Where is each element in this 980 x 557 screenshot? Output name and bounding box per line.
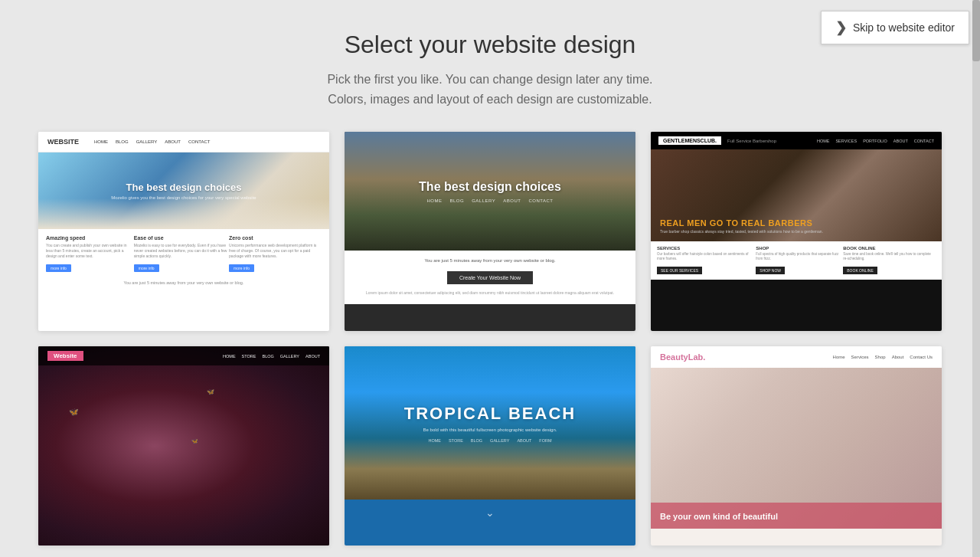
t3-services: SERVICES Our barbers will offer hairstyl… <box>651 241 942 280</box>
t1-nav-gallery: GALLERY <box>136 139 158 144</box>
t4-nav-blog: BLOG <box>262 354 273 359</box>
butterfly-icon-1: 🦋 <box>69 408 78 416</box>
t1-nav-home: HOME <box>94 139 108 144</box>
skip-button-label: Skip to website editor <box>853 21 955 34</box>
t1-features: Amazing speed You can create and publish… <box>38 229 329 277</box>
t5-nav-store: STORE <box>449 438 463 443</box>
t6-navbar: BeautyLab. Home Services Shop About Cont… <box>651 346 942 368</box>
t1-nav-links: HOME BLOG GALLERY ABOUT CONTACT <box>94 139 211 144</box>
scrollbar[interactable] <box>972 0 980 557</box>
t2-nav-blog: BLOG <box>450 198 465 203</box>
page-subtitle-line2: Colors, images and layout of each design… <box>15 90 965 110</box>
t2-nav-about: ABOUT <box>503 198 521 203</box>
t1-navbar: WEBSITE HOME BLOG GALLERY ABOUT CONTACT <box>38 132 329 152</box>
t5-hero-title: TROPICAL BEACH <box>404 404 576 424</box>
t3-service-2-desc: Full spectra of high quality products th… <box>756 252 838 261</box>
t3-service-1-btn[interactable]: SEE OUR SERVICES <box>657 267 702 274</box>
t1-footer-text: You are just 5 minutes away from your ve… <box>38 277 329 288</box>
butterfly-icon-3: 🦋 <box>207 388 214 395</box>
t6-hero-title: Be your own kind of beautiful <box>660 512 778 521</box>
t2-nav-contact: CONTACT <box>528 198 553 203</box>
t1-hero: The best design choices Mozelio gives yo… <box>38 152 329 229</box>
template-card-1[interactable]: WEBSITE HOME BLOG GALLERY ABOUT CONTACT … <box>38 132 329 331</box>
t3-service-1: SERVICES Our barbers will offer hairstyl… <box>657 246 751 275</box>
t5-chevron-down-icon: ⌄ <box>485 506 495 519</box>
template-card-6[interactable]: BeautyLab. Home Services Shop About Cont… <box>651 346 942 546</box>
t6-nav-services: Services <box>851 355 869 359</box>
t2-cta-button[interactable]: Create Your Website Now <box>447 271 533 284</box>
t5-nav: HOME STORE BLOG GALLERY ABOUT FORM <box>428 438 551 443</box>
t3-hero: REAL MEN GO TO REAL BARBERS True barber … <box>651 149 942 241</box>
skip-to-editor-button[interactable]: ❯ Skip to website editor <box>821 11 969 44</box>
template-card-2[interactable]: The best design choices HOME BLOG GALLER… <box>345 132 635 331</box>
t3-service-3: BOOK ONLINE Save time and book online. W… <box>843 246 936 275</box>
t2-body-text: You are just 5 minutes away from your ve… <box>360 258 620 263</box>
t3-hero-title: REAL MEN GO TO REAL BARBERS <box>660 218 812 228</box>
t3-navbar: GENTLEMENSCLUB. Full Service Barbershop … <box>651 132 942 149</box>
t6-hero-overlay: Be your own kind of beautiful <box>651 503 942 529</box>
t4-nav-links: HOME STORE BLOG GALLERY ABOUT <box>223 354 320 359</box>
page-subtitle-line1: Pick the first you like. You can change … <box>15 70 965 90</box>
t1-feature-1-btn[interactable]: more info <box>46 264 71 272</box>
t1-feature-1-title: Amazing speed <box>46 235 134 241</box>
t1-nav-blog: BLOG <box>116 139 129 144</box>
t6-nav-about: About <box>892 355 904 359</box>
t1-feature-2-desc: Mozelio is easy to use for everybody. Ev… <box>134 243 229 259</box>
t6-nav-contact: Contact Us <box>910 355 933 359</box>
t5-bottom: ⌄ <box>345 500 635 526</box>
t5-hero: TROPICAL BEACH Be bold with this beautif… <box>345 346 635 500</box>
t3-service-1-desc: Our barbers will offer hairstyle colon b… <box>657 252 751 261</box>
t5-nav-blog: BLOG <box>471 438 482 443</box>
t4-nav-store: STORE <box>242 354 256 359</box>
t1-logo: WEBSITE <box>47 138 79 146</box>
t3-service-3-desc: Save time and book online. We'll tell yo… <box>843 252 936 261</box>
t3-nav-links: HOME SERVICES PORTFOLIO ABOUT CONTACT <box>817 139 934 143</box>
t3-hero-sub: True barber shop classics always stay tr… <box>660 229 823 234</box>
t4-logo: Website <box>47 351 83 361</box>
t2-hero-title: The best design choices <box>419 180 561 194</box>
t6-nav-home: Home <box>833 355 845 359</box>
t1-feature-3-btn[interactable]: more info <box>229 264 254 272</box>
butterfly-icon-2: 🦋 <box>191 438 198 444</box>
t1-feature-3-title: Zero cost <box>229 235 322 241</box>
t3-nav-contact: CONTACT <box>914 139 934 143</box>
t6-nav-shop: Shop <box>875 355 886 359</box>
t3-nav-home: HOME <box>817 139 830 143</box>
t3-service-2-title: SHOP <box>756 246 838 251</box>
t4-nav-about: ABOUT <box>305 354 320 359</box>
t4-nav-gallery: GALLERY <box>280 354 299 359</box>
t3-service-1-title: SERVICES <box>657 246 751 251</box>
skip-arrow-icon: ❯ <box>835 19 847 36</box>
t3-tagline: Full Service Barbershop <box>727 139 776 143</box>
t1-feature-3: Zero cost Unicorns performance web devel… <box>229 235 322 273</box>
t1-feature-2-btn[interactable]: more info <box>134 264 159 272</box>
t3-service-2: SHOP Full spectra of high quality produc… <box>756 246 838 275</box>
template-card-5[interactable]: TROPICAL BEACH Be bold with this beautif… <box>345 346 635 546</box>
t1-feature-3-desc: Unicorns performance web development pla… <box>229 243 322 259</box>
t3-nav-portfolio: PORTFOLIO <box>863 139 887 143</box>
t2-nav-links: HOME BLOG GALLERY ABOUT CONTACT <box>427 198 554 203</box>
t1-feature-1-desc: You can create and publish your own webs… <box>46 243 134 259</box>
t3-nav-services: SERVICES <box>835 139 857 143</box>
t6-logo: BeautyLab. <box>660 352 705 362</box>
t5-hero-sub: Be bold with this beautiful fullscreen p… <box>423 428 557 432</box>
t3-service-2-btn[interactable]: SHOP NOW <box>756 267 785 274</box>
scrollbar-thumb[interactable] <box>972 0 980 61</box>
template-card-3[interactable]: GENTLEMENSCLUB. Full Service Barbershop … <box>651 132 942 331</box>
t5-nav-form: FORM <box>539 438 551 443</box>
t6-hero: Be your own kind of beautiful <box>651 368 942 529</box>
t5-nav-gallery: GALLERY <box>490 438 509 443</box>
template-grid: WEBSITE HOME BLOG GALLERY ABOUT CONTACT … <box>8 132 972 557</box>
template-card-4[interactable]: Website HOME STORE BLOG GALLERY ABOUT 🦋 … <box>38 346 329 546</box>
t3-logo: GENTLEMENSCLUB. <box>658 136 721 145</box>
t1-nav-about: ABOUT <box>165 139 181 144</box>
t1-feature-2: Ease of use Mozelio is easy to use for e… <box>134 235 229 273</box>
t3-service-3-btn[interactable]: BOOK ONLINE <box>843 267 877 274</box>
t5-nav-home: HOME <box>428 438 441 443</box>
t4-hero-image: Website HOME STORE BLOG GALLERY ABOUT 🦋 … <box>38 346 329 546</box>
t3-nav-about: ABOUT <box>893 139 908 143</box>
t6-nav-links: Home Services Shop About Contact Us <box>833 355 933 359</box>
t1-hero-sub: Mozelio gives you the best design choice… <box>111 195 256 200</box>
t1-feature-1: Amazing speed You can create and publish… <box>46 235 134 273</box>
t2-lorem-text: Lorem ipsum dolor sit amet, consectetuer… <box>360 290 620 297</box>
